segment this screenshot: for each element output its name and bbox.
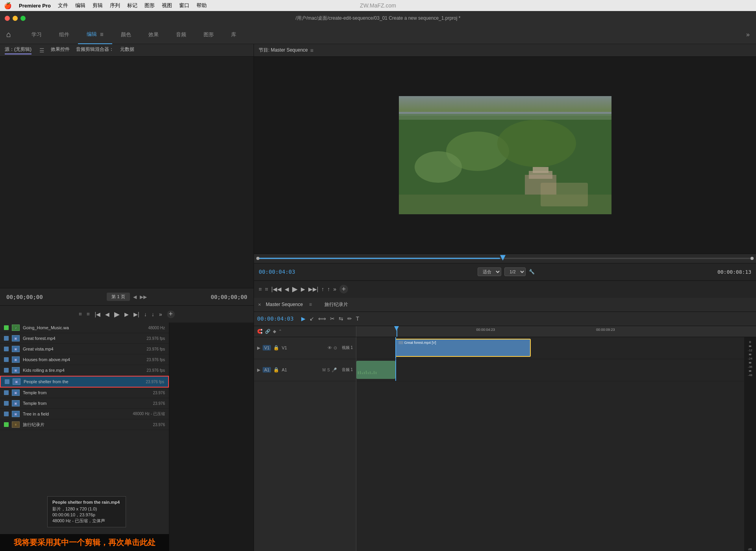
track-s-a1[interactable]: S <box>327 368 330 372</box>
source-page-info[interactable]: 第 1 页 <box>107 293 130 301</box>
linked-selection-icon[interactable]: 🔗 <box>265 329 271 334</box>
menu-view[interactable]: 视图 <box>162 2 172 9</box>
apple-logo[interactable]: 🍎 <box>4 2 12 9</box>
src-insert[interactable]: ↓ <box>144 311 147 317</box>
src-step-back[interactable]: ◀ <box>105 311 109 317</box>
tab-audio-mixer[interactable]: 音频剪辑混合器： <box>76 46 114 54</box>
nav-graphics[interactable]: 图形 <box>195 26 222 44</box>
source-page-next[interactable]: ▶▶ <box>140 294 147 300</box>
close-button[interactable] <box>5 16 10 21</box>
tool-type[interactable]: T <box>355 314 361 323</box>
nav-effects[interactable]: 效果 <box>140 26 167 44</box>
tool-slip[interactable]: ⇆ <box>337 314 345 323</box>
tool-ripple[interactable]: ⟺ <box>317 314 327 323</box>
track-sync-a1[interactable]: A1 <box>263 367 271 373</box>
list-item-selected[interactable]: ▣ People shelter from the 23.976 fps <box>0 376 169 388</box>
menu-clip[interactable]: 剪辑 <box>93 2 103 9</box>
prog-in-point[interactable]: ⌗ <box>259 286 262 293</box>
list-item[interactable]: ▣ Tree in a field 48000 Hz - 已压缩 <box>0 409 169 419</box>
nav-library[interactable]: 库 <box>222 26 245 44</box>
tab-metadata[interactable]: 元数据 <box>120 46 134 54</box>
timeline-tab-close[interactable]: ✕ <box>258 302 261 307</box>
track-expand-v1[interactable]: ▶ <box>257 345 260 351</box>
timeline-travel-tab[interactable]: 旅行纪录片 <box>324 301 348 308</box>
program-scrubber[interactable] <box>254 254 756 263</box>
prog-step-back[interactable]: ◀ <box>285 286 289 292</box>
program-menu-icon[interactable]: ≡ <box>310 47 313 54</box>
src-add-btn[interactable]: + <box>167 310 175 318</box>
tool-razor[interactable]: ✂ <box>329 314 336 323</box>
menu-file[interactable]: 文件 <box>58 2 68 9</box>
list-item[interactable]: ▣ Great forest.mp4 23.976 fps <box>0 333 169 344</box>
tab-effect-controls[interactable]: 效果控件 <box>51 46 70 54</box>
list-item[interactable]: ♪ Going_Home_Music.wa 48000 Hz <box>0 323 169 333</box>
source-timecode-left[interactable]: 00;00;00;00 <box>6 294 43 300</box>
src-go-out[interactable]: ▶| <box>133 311 139 317</box>
list-item[interactable]: ▣ Great vista.mp4 23.976 fps <box>0 344 169 354</box>
fit-select[interactable]: 适合 <box>478 267 501 276</box>
prog-go-out[interactable]: ▶▶| <box>308 286 319 292</box>
track-lock-v1[interactable]: 🔒 <box>273 345 279 351</box>
tab-source[interactable]: 源：(无剪辑) <box>5 46 32 54</box>
track-m-a1[interactable]: M <box>322 368 326 372</box>
snap-icon[interactable]: 🧲 <box>257 329 263 334</box>
list-item[interactable]: ▣ Kids rolling a tire.mp4 23.976 fps <box>0 365 169 376</box>
maximize-button[interactable] <box>20 16 26 21</box>
track-eye-v1[interactable]: 👁 <box>328 345 332 350</box>
tool-track-select[interactable]: ↙ <box>308 314 315 323</box>
timeline-timecode[interactable]: 00:00:04:03 <box>257 315 294 322</box>
menu-window[interactable]: 窗口 <box>179 2 189 9</box>
nav-edit[interactable]: 编辑 ☰ <box>78 25 112 44</box>
track-mic-a1[interactable]: 🎤 <box>332 367 337 373</box>
quality-select[interactable]: 1/2 <box>504 267 526 276</box>
src-play[interactable]: ▶ <box>114 310 120 319</box>
src-in-point[interactable]: ⌗ <box>79 311 82 317</box>
menu-sequence[interactable]: 序列 <box>110 2 120 9</box>
prog-play[interactable]: ▶ <box>292 285 298 293</box>
marker-icon[interactable]: ◆ <box>273 329 276 334</box>
nav-color[interactable]: 颜色 <box>112 26 140 44</box>
src-step-fwd[interactable]: ▶ <box>124 311 129 317</box>
menu-edit[interactable]: 编辑 <box>75 2 85 9</box>
track-target-v1[interactable]: ⊙ <box>334 345 337 351</box>
list-item-sequence[interactable]: ≡ 旅行纪录片 23.976 <box>0 419 169 430</box>
prog-extract[interactable]: ↑ <box>327 286 330 292</box>
tool-select[interactable]: ▶ <box>300 314 307 323</box>
menu-graphics[interactable]: 图形 <box>145 2 155 9</box>
nav-components[interactable]: 组件 <box>50 26 78 44</box>
track-lock-a1[interactable]: 🔒 <box>273 367 279 373</box>
src-go-in[interactable]: |◀ <box>94 311 100 317</box>
menu-help[interactable]: 帮助 <box>196 2 207 9</box>
timeline-ruler[interactable]: 🧲 🔗 ◆ ⌃ 00:00:04:23 00:00:09:23 <box>254 326 756 337</box>
source-page-prev[interactable]: ◀ <box>133 294 137 300</box>
list-item[interactable]: ▣ Temple from 23.976 <box>0 398 169 409</box>
program-current-timecode[interactable]: 00:00:04:03 <box>259 269 295 275</box>
track-sync-v1[interactable]: V1 <box>263 345 271 351</box>
prog-more[interactable]: » <box>333 286 336 292</box>
src-out-point[interactable]: ⌗ <box>87 311 90 317</box>
nav-more-button[interactable]: » <box>746 31 750 38</box>
prog-step-fwd[interactable]: ▶ <box>301 286 305 292</box>
timeline-menu-icon[interactable]: ≡ <box>309 302 312 307</box>
nav-learn[interactable]: 学习 <box>23 26 50 44</box>
add-marker-icon[interactable]: ⌃ <box>278 329 282 334</box>
home-button[interactable]: ⌂ <box>6 30 11 39</box>
timeline-sequence-tab[interactable]: Master Sequence <box>266 302 303 307</box>
nav-audio[interactable]: 音频 <box>167 26 195 44</box>
list-item[interactable]: ▣ Temple from 23.976 <box>0 388 169 398</box>
tool-pen[interactable]: ✏ <box>346 314 353 323</box>
src-overwrite[interactable]: ↓ <box>152 311 154 317</box>
prog-add[interactable]: + <box>339 285 348 293</box>
menu-marker[interactable]: 标记 <box>127 2 137 9</box>
clip-great-forest-a1[interactable] <box>356 361 395 379</box>
program-settings-icon[interactable]: 🔧 <box>529 269 535 275</box>
list-item[interactable]: ▣ Houses from above.mp4 23.976 fps <box>0 354 169 365</box>
track-expand-a1[interactable]: ▶ <box>257 367 260 373</box>
prog-lift[interactable]: ↑ <box>321 286 324 292</box>
src-more-controls[interactable]: » <box>159 311 162 317</box>
prog-out-point[interactable]: ⌗ <box>265 286 268 293</box>
clip-great-forest-v1[interactable]: Great forest.mp4 [V] <box>395 339 531 357</box>
minimize-button[interactable] <box>13 16 18 21</box>
prog-go-in[interactable]: |◀◀ <box>271 286 282 292</box>
source-menu-icon[interactable]: ☰ <box>39 47 44 54</box>
